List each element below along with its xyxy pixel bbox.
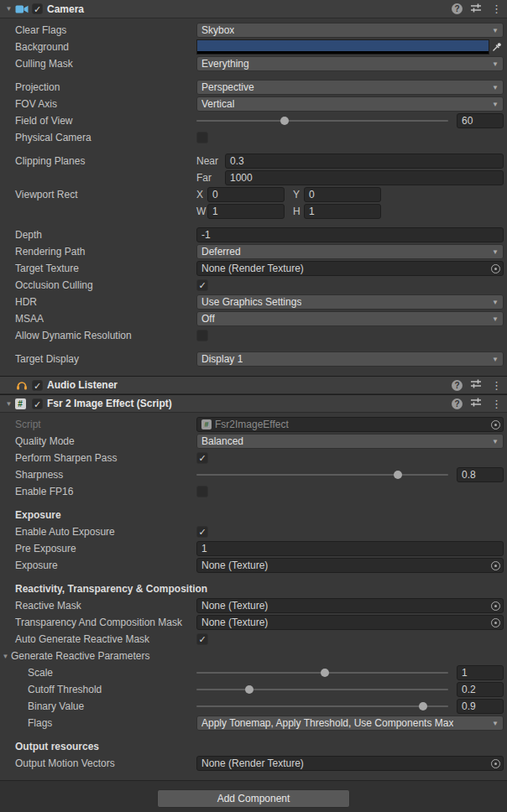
- field-label: Scale: [0, 667, 196, 679]
- help-icon[interactable]: ?: [452, 398, 463, 409]
- chevron-down-icon: ▼: [489, 438, 499, 445]
- field-label: Enable FP16: [0, 486, 196, 497]
- target-texture-object-field[interactable]: None (Render Texture): [196, 261, 504, 276]
- menu-icon[interactable]: ⋮: [489, 398, 504, 409]
- object-picker-icon[interactable]: [489, 599, 503, 612]
- transparency-and-composition-mask-object-field[interactable]: None (Texture): [196, 615, 504, 630]
- field-control: Vertical▼: [196, 96, 504, 112]
- chevron-down-icon: ▼: [489, 356, 499, 363]
- camera-icon: [14, 3, 29, 15]
- field-label: HDR: [0, 296, 196, 308]
- row-msaa: MSAAOff▼: [0, 310, 507, 327]
- object-picker-icon[interactable]: [489, 262, 503, 275]
- field-of-view-slider[interactable]: [196, 120, 448, 122]
- sharpness-slider[interactable]: [196, 474, 448, 476]
- flags-dropdown[interactable]: Apply Tonemap, Apply Threshold, Use Comp…: [196, 716, 504, 731]
- near-field[interactable]: 0.3: [225, 154, 504, 169]
- field-control: Display 1▼: [196, 351, 504, 367]
- camera-properties: Clear FlagsSkybox▼BackgroundCulling Mask…: [0, 18, 507, 376]
- x-field[interactable]: 0: [207, 187, 285, 202]
- rendering-path-dropdown[interactable]: Deferred▼: [196, 244, 504, 259]
- field-of-view-value-field[interactable]: 60: [457, 113, 504, 128]
- enable-auto-exposure-checkbox[interactable]: ✓: [196, 526, 208, 538]
- slider-handle[interactable]: [419, 702, 427, 710]
- hdr-dropdown[interactable]: Use Graphics Settings▼: [196, 294, 504, 310]
- field-control: None (Render Texture): [196, 261, 504, 276]
- axis-label: W: [196, 206, 207, 217]
- depth-field[interactable]: -1: [196, 227, 504, 242]
- field-control: Off▼: [196, 311, 504, 326]
- row-culling-mask: Culling MaskEverything▼: [0, 55, 507, 72]
- presets-icon[interactable]: [470, 3, 482, 16]
- help-icon[interactable]: ?: [452, 3, 463, 14]
- foldout-icon[interactable]: ▼: [3, 400, 14, 408]
- eyedropper-icon[interactable]: [489, 40, 504, 54]
- foldout-icon[interactable]: ▼: [3, 5, 14, 13]
- add-component-button[interactable]: Add Component: [157, 789, 350, 808]
- fov-axis-dropdown[interactable]: Vertical▼: [196, 96, 504, 112]
- slider-handle[interactable]: [245, 685, 254, 694]
- component-header-audio-listener[interactable]: ▼ ✓ Audio Listener ? ⋮: [0, 376, 507, 394]
- enabled-checkbox[interactable]: ✓: [32, 398, 43, 409]
- script-object-field[interactable]: #Fsr2ImageEffect: [196, 417, 504, 432]
- slider-handle[interactable]: [321, 669, 329, 677]
- y-field[interactable]: 0: [304, 187, 381, 202]
- component-header-fsr2-image-effect[interactable]: ▼ # ✓ Fsr 2 Image Effect (Script) ? ⋮: [0, 394, 507, 413]
- field-label: Binary Value: [0, 700, 196, 712]
- presets-icon[interactable]: [470, 378, 482, 392]
- field-control: ✓: [196, 633, 504, 645]
- field-control: -1: [196, 227, 504, 242]
- object-picker-icon[interactable]: [489, 616, 503, 629]
- h-field[interactable]: 1: [304, 204, 381, 219]
- enabled-checkbox[interactable]: ✓: [32, 3, 43, 14]
- field-control: #Fsr2ImageEffect: [196, 417, 504, 432]
- field-label: Background: [0, 41, 196, 53]
- row-transparency-and-composition-mask: Transparency And Composition MaskNone (T…: [0, 614, 507, 631]
- menu-icon[interactable]: ⋮: [489, 3, 504, 14]
- occlusion-culling-checkbox[interactable]: ✓: [196, 279, 208, 291]
- auto-generate-reactive-mask-checkbox[interactable]: ✓: [196, 633, 208, 645]
- binary-value-value-field[interactable]: 0.9: [457, 699, 504, 714]
- foldout-icon[interactable]: ▼: [0, 653, 11, 660]
- row-auto-generate-reactive-mask: Auto Generate Reactive Mask✓: [0, 631, 507, 648]
- object-picker-icon[interactable]: [489, 418, 503, 431]
- enable-fp16-checkbox[interactable]: [196, 486, 208, 497]
- physical-camera-checkbox[interactable]: [196, 132, 208, 143]
- row-fov-axis: FOV AxisVertical▼: [0, 96, 507, 112]
- perform-sharpen-pass-checkbox[interactable]: ✓: [196, 452, 208, 464]
- msaa-dropdown[interactable]: Off▼: [196, 311, 504, 326]
- background-color-swatch[interactable]: [196, 39, 489, 55]
- component-header-camera[interactable]: ▼ ✓ Camera ? ⋮: [0, 0, 507, 18]
- row-perform-sharpen-pass: Perform Sharpen Pass✓: [0, 450, 507, 466]
- far-field[interactable]: 1000: [225, 170, 504, 185]
- object-picker-icon[interactable]: [489, 757, 503, 770]
- reactive-mask-object-field[interactable]: None (Texture): [196, 598, 504, 613]
- slider-handle[interactable]: [280, 117, 289, 125]
- quality-mode-dropdown[interactable]: Balanced▼: [196, 434, 504, 449]
- scale-slider[interactable]: [196, 672, 448, 674]
- help-icon[interactable]: ?: [452, 380, 463, 391]
- projection-dropdown[interactable]: Perspective▼: [196, 80, 504, 95]
- exposure-object-field[interactable]: None (Texture): [196, 558, 504, 573]
- binary-value-slider[interactable]: [196, 705, 448, 707]
- sharpness-value-field[interactable]: 0.8: [457, 467, 504, 482]
- scale-value-field[interactable]: 1: [457, 665, 504, 680]
- output-motion-vectors-object-field[interactable]: None (Render Texture): [196, 756, 504, 771]
- picker-dot: [494, 763, 497, 765]
- object-picker-icon[interactable]: [489, 559, 503, 572]
- pre-exposure-field[interactable]: 1: [196, 541, 504, 556]
- sub-label: Far: [196, 172, 225, 184]
- cutoff-threshold-slider[interactable]: [196, 689, 448, 690]
- cutoff-threshold-value-field[interactable]: 0.2: [457, 682, 504, 697]
- enabled-checkbox[interactable]: ✓: [32, 380, 43, 391]
- target-display-dropdown[interactable]: Display 1▼: [196, 351, 504, 367]
- presets-icon[interactable]: [470, 397, 482, 410]
- w-field[interactable]: 1: [207, 204, 285, 219]
- inspector-footer: Add Component: [0, 780, 507, 812]
- culling-mask-dropdown[interactable]: Everything▼: [196, 56, 504, 71]
- clear-flags-dropdown[interactable]: Skybox▼: [196, 23, 504, 38]
- field-label: Target Texture: [0, 263, 196, 274]
- allow-dynamic-resolution-checkbox[interactable]: [196, 330, 208, 341]
- slider-handle[interactable]: [394, 471, 402, 479]
- menu-icon[interactable]: ⋮: [489, 380, 504, 391]
